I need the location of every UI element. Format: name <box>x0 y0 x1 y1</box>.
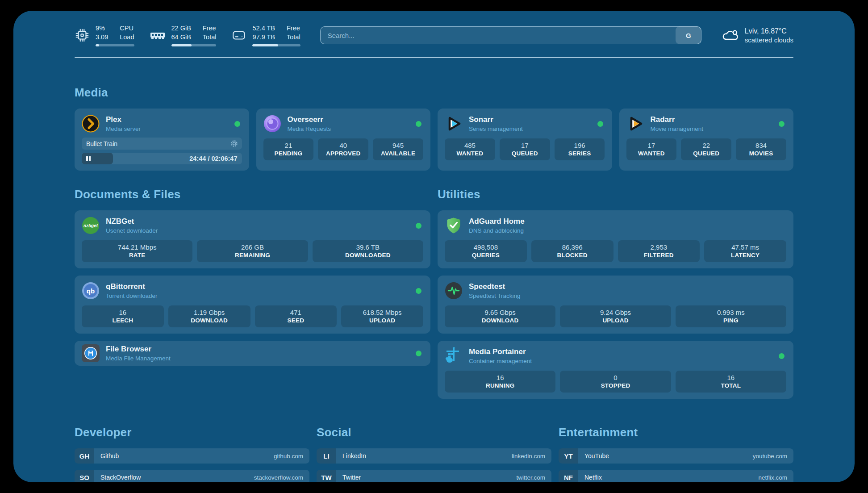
card-adguard[interactable]: AdGuard Home DNS and adblocking 498,508Q… <box>438 210 793 268</box>
card-qbittorrent[interactable]: qb qBittorrent Torrent downloader 16LEEC… <box>75 276 430 334</box>
app-name: Overseerr <box>288 115 331 124</box>
stat-queued: 22QUEUED <box>681 138 731 160</box>
bookmark-stackoverflow[interactable]: SO StackOverflow stackoverflow.com <box>75 470 309 482</box>
card-speedtest[interactable]: Speedtest Speedtest Tracking 9.65 GbpsDO… <box>438 276 793 334</box>
disk-total: 97.9 TB <box>252 33 275 42</box>
status-online-dot <box>416 121 421 127</box>
section-utilities: Utilities <box>438 188 793 399</box>
app-name: File Browser <box>106 345 171 354</box>
stat-upload: 618.52 MbpsUPLOAD <box>341 305 423 327</box>
app-name: NZBGet <box>106 217 158 226</box>
card-nzbget[interactable]: nzbget NZBGet Usenet downloader 744.21 M… <box>75 210 430 268</box>
stat-available: 945AVAILABLE <box>373 138 423 160</box>
cpu-usage: 9% <box>96 24 108 33</box>
status-online-dot <box>234 121 240 127</box>
stat-upload: 9.24 GbpsUPLOAD <box>560 305 671 327</box>
top-bar: 9%3.09 CPULoad 22 <box>75 11 793 46</box>
bookmark-url: youtube.com <box>753 448 793 464</box>
app-name: Speedtest <box>469 282 521 291</box>
card-sonarr[interactable]: Sonarr Series management 485WANTED 17QUE… <box>438 109 612 171</box>
stat-queries: 498,508QUERIES <box>445 240 527 262</box>
cloud-icon <box>721 28 739 43</box>
bookmark-group-title: Social <box>317 426 551 439</box>
app-name: qBittorrent <box>106 282 158 291</box>
stat-wanted: 485WANTED <box>445 138 495 160</box>
stat-wanted: 17WANTED <box>626 138 677 160</box>
search-bar: G <box>320 26 701 44</box>
adguard-icon <box>445 217 463 234</box>
stat-downloaded: 39.6 TBDOWNLOADED <box>313 240 423 262</box>
bookmark-twitter[interactable]: TW Twitter twitter.com <box>317 470 551 482</box>
bookmark-github[interactable]: GH Github github.com <box>75 448 309 464</box>
radarr-icon <box>626 115 644 133</box>
nzbget-icon: nzbget <box>82 217 100 234</box>
speedtest-icon <box>445 282 463 300</box>
status-online-dot <box>416 351 421 356</box>
cpu-label: CPU <box>120 24 134 33</box>
section-documents: Documents & Files nzbget NZBGet U <box>75 188 430 366</box>
weather-widget: Lviv, 16.87°C scattered clouds <box>721 27 793 44</box>
stat-latency: 47.57 msLATENCY <box>704 240 786 262</box>
section-title-documents: Documents & Files <box>75 188 430 201</box>
bookmark-abbr: TW <box>317 470 336 482</box>
app-subtitle: Media File Management <box>106 355 171 362</box>
bookmark-netflix[interactable]: NF Netflix netflix.com <box>559 470 793 482</box>
disk-stat: 52.4 TB97.9 TB FreeTotal <box>231 24 300 46</box>
memory-free: 22 GiB <box>171 24 191 33</box>
stat-download: 9.65 GbpsDOWNLOAD <box>445 305 555 327</box>
cpu-stat: 9%3.09 CPULoad <box>75 24 134 46</box>
stat-remaining: 266 GBREMAINING <box>197 240 308 262</box>
bookmark-url: netflix.com <box>758 470 793 482</box>
card-overseerr[interactable]: Overseerr Media Requests 21PENDING 40APP… <box>256 109 431 171</box>
app-name: Sonarr <box>469 115 523 124</box>
card-filebrowser[interactable]: File Browser Media File Management <box>75 341 430 366</box>
disk-icon <box>231 28 246 43</box>
search-input[interactable] <box>320 26 701 44</box>
now-playing-title: Bullet Train <box>86 140 117 147</box>
svg-text:nzbget: nzbget <box>83 223 98 228</box>
cpu-load: 3.09 <box>96 33 108 42</box>
memory-progress <box>171 44 217 46</box>
cpu-load-label: Load <box>120 33 134 42</box>
card-radarr[interactable]: Radarr Movie management 17WANTED 22QUEUE… <box>619 109 794 171</box>
bookmark-name: StackOverflow <box>94 470 254 482</box>
gear-icon[interactable] <box>231 140 238 147</box>
card-portainer[interactable]: Media Portainer Container management 16R… <box>438 341 793 399</box>
bookmark-youtube[interactable]: YT YouTube youtube.com <box>559 448 793 464</box>
stat-stopped: 0STOPPED <box>560 371 671 393</box>
status-online-dot <box>779 121 785 127</box>
disk-total-label: Total <box>287 33 300 42</box>
memory-icon <box>150 28 166 43</box>
filebrowser-icon <box>82 344 100 362</box>
bookmark-abbr: NF <box>559 470 578 482</box>
bookmark-group-title: Developer <box>75 426 309 439</box>
playback-progress-row: 24:44 / 02:06:47 <box>82 153 242 164</box>
search-provider-button[interactable]: G <box>676 26 701 44</box>
stat-pending: 21PENDING <box>263 138 314 160</box>
bookmark-group-title: Entertainment <box>559 426 793 439</box>
bookmark-url: linkedin.com <box>512 448 551 464</box>
stat-total: 16TOTAL <box>676 371 786 393</box>
sonarr-icon <box>445 115 463 133</box>
section-title-utilities: Utilities <box>438 188 793 201</box>
stat-download: 1.19 GbpsDOWNLOAD <box>168 305 250 327</box>
portainer-icon <box>445 347 463 365</box>
dashboard-window: 9%3.09 CPULoad 22 <box>13 11 855 482</box>
now-playing-row: Bullet Train <box>82 138 242 150</box>
app-subtitle: Usenet downloader <box>106 227 158 234</box>
status-online-dot <box>416 288 421 294</box>
bookmark-group-developer: Developer GH Github github.com SO StackO… <box>75 426 309 482</box>
card-plex[interactable]: Plex Media server Bullet Train <box>75 109 249 171</box>
app-subtitle: Speedtest Tracking <box>469 292 521 299</box>
app-subtitle: Series management <box>469 125 523 132</box>
bookmark-url: github.com <box>274 448 309 464</box>
app-name: Plex <box>106 115 141 124</box>
memory-stat: 22 GiB64 GiB FreeTotal <box>150 24 217 46</box>
status-online-dot <box>779 353 785 359</box>
bookmark-linkedin[interactable]: LI LinkedIn linkedin.com <box>317 448 551 464</box>
bookmark-url: twitter.com <box>516 470 551 482</box>
memory-total-label: Total <box>203 33 217 42</box>
status-online-dot <box>597 121 603 127</box>
pause-button[interactable] <box>86 156 91 161</box>
plex-icon <box>82 115 100 133</box>
